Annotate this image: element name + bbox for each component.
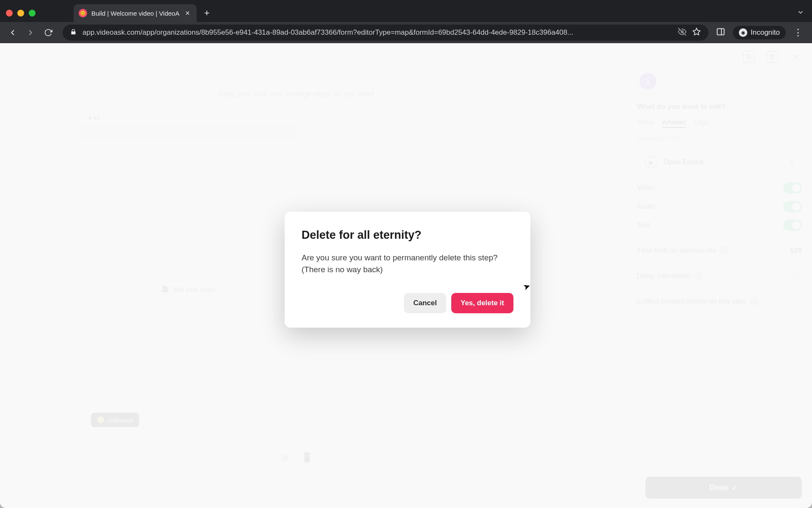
modal-actions: Cancel Yes, delete it [302, 293, 513, 313]
window-minimize-button[interactable] [17, 10, 24, 17]
tab-close-icon[interactable]: × [184, 9, 192, 18]
modal-title: Delete for all eternity? [302, 229, 513, 242]
side-panel-icon[interactable] [716, 27, 725, 38]
svg-rect-2 [717, 29, 724, 35]
browser-tab[interactable]: 😊 Build | Welcome video | VideoA × [74, 4, 197, 22]
incognito-icon: ◉ [739, 28, 747, 37]
window-controls [6, 10, 36, 17]
modal-body: Are you sure you want to permanently del… [302, 252, 513, 275]
delete-confirm-modal: Delete for all eternity? Are you sure yo… [285, 212, 530, 328]
confirm-delete-button[interactable]: Yes, delete it [451, 293, 513, 313]
reload-button[interactable] [41, 26, 55, 39]
back-button[interactable] [6, 26, 19, 39]
svg-marker-1 [693, 28, 700, 35]
incognito-label: Incognito [751, 28, 780, 37]
browser-menu-icon[interactable]: ⋮ [793, 27, 803, 38]
tabs-overflow-icon[interactable] [797, 8, 804, 18]
page-viewport: ⧉ 🗑 × 1 What do you want to ask? Video A… [0, 43, 812, 508]
new-tab-button[interactable]: + [197, 8, 217, 19]
tab-title: Build | Welcome video | VideoA [91, 10, 179, 17]
tab-bar: 😊 Build | Welcome video | VideoA × + [0, 4, 812, 22]
window-title-bar [0, 0, 812, 4]
eye-off-icon[interactable] [678, 28, 686, 38]
window-zoom-button[interactable] [29, 10, 36, 17]
window-close-button[interactable] [6, 10, 13, 17]
forward-button[interactable] [24, 26, 37, 39]
url-field[interactable]: app.videoask.com/app/organizations/8b955… [63, 25, 708, 41]
cancel-button[interactable]: Cancel [404, 293, 446, 313]
lock-icon [70, 29, 77, 37]
url-text: app.videoask.com/app/organizations/8b955… [82, 28, 672, 37]
address-bar: app.videoask.com/app/organizations/8b955… [0, 22, 812, 43]
bookmark-star-icon[interactable] [692, 28, 701, 38]
tab-favicon-icon: 😊 [79, 9, 87, 17]
incognito-badge[interactable]: ◉ Incognito [733, 26, 786, 39]
